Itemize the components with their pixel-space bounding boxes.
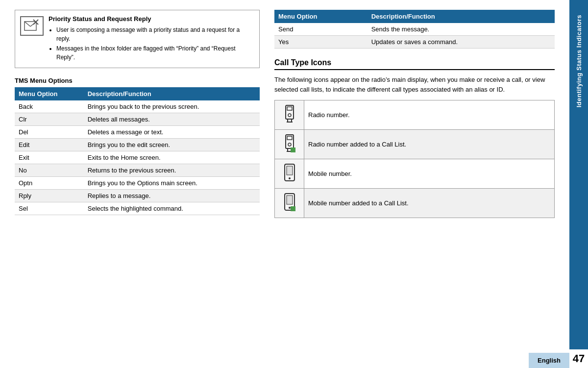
tms-col-option: Menu Option [15,87,84,100]
option-cell: Rply [15,190,84,202]
icon-description: Mobile number. [304,159,555,189]
desc-cell: Sends the message. [368,23,555,36]
table-row: YesUpdates or saves a command. [274,36,555,49]
tms-col-description: Description/Function [84,87,260,100]
table-row: DelDeletes a message or text. [15,126,260,139]
priority-icon [20,16,44,36]
send-col-description: Description/Function [368,10,555,23]
option-cell: Exit [15,151,84,164]
option-cell: Optn [15,177,84,190]
desc-cell: Brings you to the Options main screen. [84,177,260,190]
desc-cell: Deletes all messages. [84,113,260,126]
desc-cell: Exits to the Home screen. [84,151,260,164]
icon-table: Radio number. Radio number added to a Ca… [274,100,555,218]
list-item: Mobile number. [275,159,555,189]
icon-description: Radio number. [304,100,555,130]
desc-cell: Deletes a message or text. [84,126,260,139]
option-cell: Back [15,100,84,113]
call-type-heading: Call Type Icons [274,58,555,70]
table-row: ClrDeletes all messages. [15,113,260,126]
send-col-option: Menu Option [274,10,368,23]
desc-cell: Selects the highlighted command. [84,202,260,215]
svg-rect-17 [291,147,295,152]
priority-content: Priority Status and Request Reply User i… [49,15,254,63]
option-cell: No [15,164,84,177]
table-row: EditBrings you to the edit screen. [15,139,260,151]
svg-point-7 [288,114,291,117]
icon-description: Radio number added to a Call List. [304,130,555,159]
desc-cell: Updates or saves a command. [368,36,555,49]
table-row: OptnBrings you to the Options main scree… [15,177,260,190]
priority-bullet-2: Messages in the Inbox folder are flagged… [56,44,254,62]
table-row: SelSelects the highlighted command. [15,202,260,215]
mobile-number-icon [275,159,304,189]
main-content: Priority Status and Request Reply User i… [0,0,569,368]
desc-cell: Replies to a message. [84,190,260,202]
table-row: NoReturns to the previous screen. [15,164,260,177]
table-row: ExitExits to the Home screen. [15,151,260,164]
page-number: 47 [569,348,588,368]
sidebar-title: Identifying Status Indicators [575,15,583,107]
svg-rect-23 [287,196,293,204]
table-row: RplyReplies to a message. [15,190,260,202]
tms-section-heading: TMS Menu Options [15,77,260,84]
option-cell: Send [274,23,368,36]
left-column: Priority Status and Request Reply User i… [15,10,260,358]
svg-point-19 [289,177,291,179]
sidebar: Identifying Status Indicators 47 [569,0,588,368]
option-cell: Edit [15,139,84,151]
mobile-number-call-list-icon [275,189,304,218]
desc-cell: Returns to the previous screen. [84,164,260,177]
option-cell: Del [15,126,84,139]
option-cell: Yes [274,36,368,49]
send-yes-table: Menu Option Description/Function SendSen… [274,10,555,49]
desc-cell: Brings you to the edit screen. [84,139,260,151]
svg-rect-20 [287,166,293,175]
priority-box: Priority Status and Request Reply User i… [15,10,260,68]
right-column: Menu Option Description/Function SendSen… [274,10,555,358]
english-label: English [529,353,569,368]
priority-bullets: User is composing a message with a prior… [49,25,254,62]
svg-point-22 [289,207,291,209]
priority-bullet-1: User is composing a message with a prior… [56,25,254,43]
svg-line-1 [24,22,30,26]
table-row: SendSends the message. [274,23,555,36]
list-item: Radio number added to a Call List. [275,130,555,159]
radio-number-icon [275,100,304,130]
desc-cell: Brings you back to the previous screen. [84,100,260,113]
radio-number-call-list-icon [275,130,304,159]
option-cell: Sel [15,202,84,215]
option-cell: Clr [15,113,84,126]
priority-title: Priority Status and Request Reply [49,15,254,23]
svg-point-13 [288,143,291,146]
list-item: Mobile number added to a Call List. [275,189,555,218]
list-item: Radio number. [275,100,555,130]
icon-description: Mobile number added to a Call List. [304,189,555,218]
table-row: BackBrings you back to the previous scre… [15,100,260,113]
svg-rect-6 [287,107,292,110]
svg-rect-12 [287,136,292,140]
call-type-description: The following icons appear on the radio’… [274,75,555,94]
svg-rect-24 [291,206,295,211]
tms-table: Menu Option Description/Function BackBri… [15,87,260,215]
